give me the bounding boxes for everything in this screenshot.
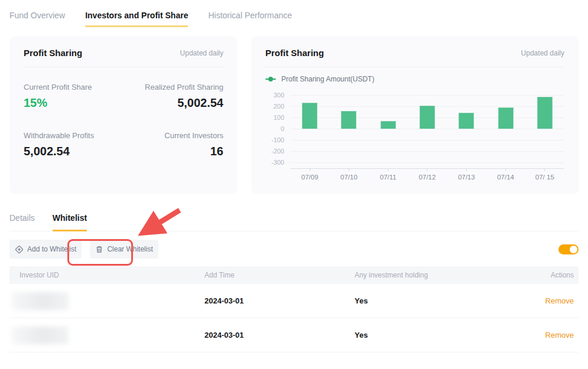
- x-axis-label: 07/13: [447, 174, 486, 181]
- x-tick: [447, 169, 486, 171]
- bar-07/11: [381, 121, 396, 129]
- x-axis-label: 07/10: [329, 174, 368, 181]
- chart-xticks: [290, 169, 564, 171]
- stat-label: Withdrawable Profits: [24, 131, 124, 140]
- bar-07/14: [498, 107, 514, 129]
- col-actions: Actions: [541, 271, 579, 279]
- x-axis-label: 07/09: [290, 174, 329, 181]
- stat-withdrawable-profits: Withdrawable Profits 5,002.54: [24, 131, 124, 158]
- whitelist-toggle[interactable]: [558, 244, 579, 254]
- col-add-time: Add Time: [204, 271, 355, 279]
- x-tick: [290, 169, 329, 171]
- bar-slot: [369, 121, 408, 129]
- card-header: Profit Sharing Updated daily: [24, 48, 223, 67]
- whitelist-table: Investor UID Add Time Any investment hol…: [9, 266, 579, 352]
- toggle-knob: [570, 246, 577, 253]
- stat-label: Current Investors: [124, 131, 223, 140]
- x-tick: [369, 169, 408, 171]
- trash-icon: [95, 245, 103, 254]
- whitelist-toolbar: Add to Whitelist Clear Whitelist: [9, 239, 579, 259]
- stat-current-profit-share: Current Profit Share 15%: [24, 83, 124, 110]
- holding-cell: Yes: [355, 296, 541, 305]
- chart-legend: Profit Sharing Amount(USDT): [265, 75, 564, 83]
- col-investor-uid: Investor UID: [9, 271, 204, 279]
- holding-cell: Yes: [355, 331, 541, 339]
- stat-value: 15%: [24, 96, 124, 110]
- tab-details[interactable]: Details: [9, 213, 35, 231]
- add-diamond-icon: [15, 245, 24, 254]
- stat-realized-profit-sharing: Realized Profit Sharing 5,002.54: [124, 83, 223, 110]
- table-header-row: Investor UID Add Time Any investment hol…: [9, 266, 579, 284]
- card-title: Profit Sharing: [24, 48, 82, 58]
- x-axis-label: 07/11: [369, 174, 408, 181]
- card-title: Profit Sharing: [265, 48, 324, 58]
- profit-stats-grid: Current Profit Share 15% Realized Profit…: [24, 83, 223, 158]
- bar-slot: [525, 97, 564, 129]
- stat-label: Realized Profit Sharing: [124, 83, 223, 92]
- bar-07/ 15: [537, 97, 553, 129]
- x-axis-label: 07/ 15: [525, 174, 564, 181]
- y-axis-label: -100: [265, 136, 284, 143]
- y-axis-label: 200: [265, 103, 284, 110]
- y-axis-label: 300: [265, 92, 284, 99]
- tab-whitelist[interactable]: Whitelist: [53, 213, 87, 231]
- x-axis-label: 07/14: [486, 174, 525, 181]
- x-axis-label: 07/12: [408, 174, 447, 181]
- investor-uid-redacted: [9, 292, 204, 310]
- detail-tab-bar: Details Whitelist: [9, 213, 579, 231]
- y-axis-label: -200: [265, 148, 284, 155]
- redacted-uid-blur: [12, 326, 69, 344]
- add-to-whitelist-button[interactable]: Add to Whitelist: [9, 240, 82, 259]
- clear-whitelist-label: Clear Whitelist: [107, 245, 152, 253]
- chart-ylabels: 3002001000-100-200-300: [265, 95, 284, 181]
- tab-investors-profit-share[interactable]: Investors and Profit Share: [85, 11, 188, 27]
- table-row: 2024-03-01 Yes Remove: [9, 284, 579, 318]
- top-tab-bar: Fund Overview Investors and Profit Share…: [0, 0, 588, 27]
- investor-uid-redacted: [9, 326, 204, 344]
- add-to-whitelist-label: Add to Whitelist: [27, 245, 76, 253]
- bar-07/09: [302, 103, 317, 129]
- updated-daily-label: Updated daily: [180, 49, 223, 57]
- remove-link[interactable]: Remove: [545, 296, 574, 305]
- stat-label: Current Profit Share: [24, 83, 124, 92]
- stat-value: 16: [124, 145, 223, 158]
- chart-bars: [290, 95, 564, 129]
- bar-07/13: [459, 113, 474, 129]
- bar-slot: [408, 106, 447, 129]
- x-tick: [329, 169, 368, 171]
- x-tick: [408, 169, 447, 171]
- summary-cards-row: Profit Sharing Updated daily Current Pro…: [9, 36, 579, 194]
- add-time-cell: 2024-03-01: [204, 331, 355, 339]
- tab-fund-overview[interactable]: Fund Overview: [9, 11, 65, 27]
- x-tick: [486, 169, 525, 171]
- bar-07/12: [420, 106, 435, 129]
- clear-whitelist-button[interactable]: Clear Whitelist: [90, 240, 158, 259]
- x-tick: [525, 169, 564, 171]
- col-investment-holding: Any investment holding: [355, 271, 541, 279]
- bar-slot: [486, 107, 525, 129]
- bar-slot: [447, 113, 486, 129]
- y-axis-label: 0: [265, 125, 284, 132]
- redacted-uid-blur: [12, 292, 69, 310]
- stat-value: 5,002.54: [24, 145, 124, 158]
- bar-slot: [329, 111, 368, 129]
- chart-plot: [290, 95, 564, 162]
- add-time-cell: 2024-03-01: [204, 296, 355, 305]
- bar-slot: [290, 103, 329, 129]
- y-axis-label: 100: [265, 114, 284, 121]
- legend-label: Profit Sharing Amount(USDT): [281, 75, 374, 83]
- profit-sharing-summary-card: Profit Sharing Updated daily Current Pro…: [9, 36, 238, 194]
- remove-link[interactable]: Remove: [545, 331, 574, 339]
- updated-daily-label: Updated daily: [521, 49, 564, 57]
- y-axis-label: -300: [265, 159, 284, 166]
- gridline: [290, 129, 564, 129]
- table-row: 2024-03-01 Yes Remove: [9, 318, 579, 352]
- chart-xlabels: 07/0907/1007/1107/1207/1307/1407/ 15: [290, 174, 564, 181]
- legend-marker-icon: [265, 77, 276, 81]
- stat-value: 5,002.54: [124, 96, 223, 110]
- gridline: [290, 140, 564, 141]
- chart-plot-area: 07/0907/1007/1107/1207/1307/1407/ 15: [290, 95, 564, 181]
- bar-07/10: [341, 111, 356, 129]
- profit-sharing-chart-card: Profit Sharing Updated daily Profit Shar…: [251, 36, 579, 194]
- tab-historical-performance[interactable]: Historical Performance: [208, 11, 292, 27]
